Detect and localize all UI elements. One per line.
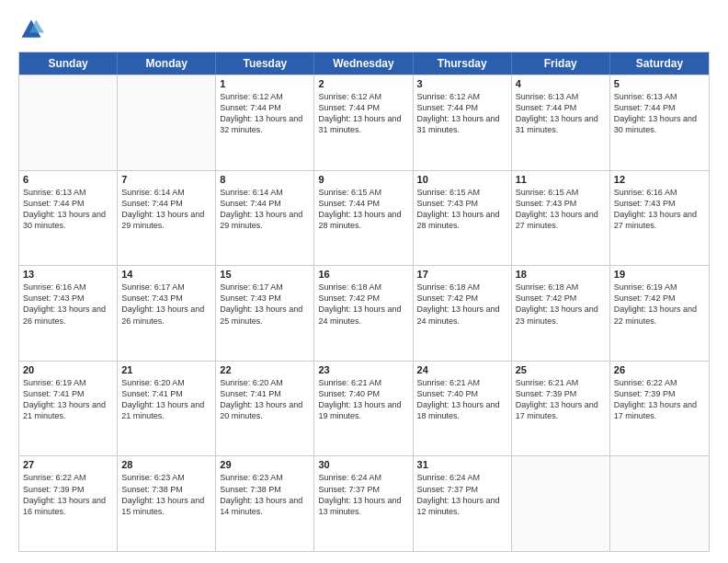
day-number: 23 [318,364,408,375]
cell-info: Sunrise: 6:22 AMSunset: 7:39 PMDaylight:… [23,472,113,517]
cell-info: Sunrise: 6:15 AMSunset: 7:44 PMDaylight:… [318,187,408,232]
calendar-cell: 30Sunrise: 6:24 AMSunset: 7:37 PMDayligh… [314,456,413,551]
cell-info: Sunrise: 6:19 AMSunset: 7:42 PMDaylight:… [614,282,705,327]
calendar-cell: 10Sunrise: 6:15 AMSunset: 7:43 PMDayligh… [414,171,512,266]
cell-info: Sunrise: 6:21 AMSunset: 7:39 PMDaylight:… [516,377,606,422]
calendar-cell: 4Sunrise: 6:13 AMSunset: 7:44 PMDaylight… [512,75,610,170]
day-number: 16 [318,269,408,280]
calendar-cell [19,75,118,170]
calendar-row: 13Sunrise: 6:16 AMSunset: 7:43 PMDayligh… [19,265,709,361]
calendar-cell: 14Sunrise: 6:17 AMSunset: 7:43 PMDayligh… [118,266,216,361]
cell-info: Sunrise: 6:16 AMSunset: 7:43 PMDaylight:… [614,187,705,232]
calendar-cell: 2Sunrise: 6:12 AMSunset: 7:44 PMDaylight… [314,75,413,170]
cell-info: Sunrise: 6:22 AMSunset: 7:39 PMDaylight:… [614,377,705,422]
cell-info: Sunrise: 6:15 AMSunset: 7:43 PMDaylight:… [516,187,606,232]
calendar-cell: 11Sunrise: 6:15 AMSunset: 7:43 PMDayligh… [512,171,610,266]
cell-info: Sunrise: 6:24 AMSunset: 7:37 PMDaylight:… [417,472,507,517]
day-number: 22 [220,364,310,375]
cell-info: Sunrise: 6:20 AMSunset: 7:41 PMDaylight:… [220,377,310,422]
day-number: 20 [23,364,113,375]
calendar-cell: 16Sunrise: 6:18 AMSunset: 7:42 PMDayligh… [314,266,413,361]
calendar-cell: 1Sunrise: 6:12 AMSunset: 7:44 PMDaylight… [216,75,314,170]
weekday-header: Sunday [19,52,118,75]
calendar-cell [610,456,709,551]
cell-info: Sunrise: 6:18 AMSunset: 7:42 PMDaylight:… [516,282,606,327]
day-number: 5 [614,78,705,89]
calendar-cell: 20Sunrise: 6:19 AMSunset: 7:41 PMDayligh… [19,362,118,456]
calendar-header: SundayMondayTuesdayWednesdayThursdayFrid… [19,52,709,75]
page: SundayMondayTuesdayWednesdayThursdayFrid… [0,0,728,563]
cell-info: Sunrise: 6:13 AMSunset: 7:44 PMDaylight:… [516,91,606,136]
day-number: 26 [614,364,705,375]
cell-info: Sunrise: 6:12 AMSunset: 7:44 PMDaylight:… [220,91,310,136]
cell-info: Sunrise: 6:12 AMSunset: 7:44 PMDaylight:… [417,91,507,136]
day-number: 7 [121,174,211,185]
weekday-header: Monday [118,52,216,75]
cell-info: Sunrise: 6:21 AMSunset: 7:40 PMDaylight:… [318,377,408,422]
day-number: 18 [516,269,606,280]
cell-info: Sunrise: 6:21 AMSunset: 7:40 PMDaylight:… [417,377,507,422]
logo-icon [18,17,44,42]
logo [18,17,48,42]
cell-info: Sunrise: 6:17 AMSunset: 7:43 PMDaylight:… [121,282,211,327]
day-number: 11 [516,174,606,185]
weekday-header: Friday [512,52,610,75]
calendar-cell [118,75,216,170]
cell-info: Sunrise: 6:13 AMSunset: 7:44 PMDaylight:… [23,187,113,232]
day-number: 9 [318,174,408,185]
weekday-header: Saturday [610,52,709,75]
day-number: 15 [220,269,310,280]
calendar-cell: 15Sunrise: 6:17 AMSunset: 7:43 PMDayligh… [216,266,314,361]
day-number: 12 [614,174,705,185]
calendar-cell: 19Sunrise: 6:19 AMSunset: 7:42 PMDayligh… [610,266,709,361]
day-number: 8 [220,174,310,185]
day-number: 17 [417,269,507,280]
day-number: 14 [121,269,211,280]
day-number: 10 [417,174,507,185]
calendar-cell: 27Sunrise: 6:22 AMSunset: 7:39 PMDayligh… [19,456,118,551]
calendar-cell: 26Sunrise: 6:22 AMSunset: 7:39 PMDayligh… [610,362,709,456]
calendar-cell: 17Sunrise: 6:18 AMSunset: 7:42 PMDayligh… [414,266,512,361]
day-number: 2 [318,78,408,89]
calendar-cell: 13Sunrise: 6:16 AMSunset: 7:43 PMDayligh… [19,266,118,361]
cell-info: Sunrise: 6:20 AMSunset: 7:41 PMDaylight:… [121,377,211,422]
cell-info: Sunrise: 6:18 AMSunset: 7:42 PMDaylight:… [318,282,408,327]
calendar-cell: 22Sunrise: 6:20 AMSunset: 7:41 PMDayligh… [216,362,314,456]
calendar-cell: 29Sunrise: 6:23 AMSunset: 7:38 PMDayligh… [216,456,314,551]
day-number: 28 [121,459,211,470]
calendar-cell: 8Sunrise: 6:14 AMSunset: 7:44 PMDaylight… [216,171,314,266]
calendar-cell: 18Sunrise: 6:18 AMSunset: 7:42 PMDayligh… [512,266,610,361]
cell-info: Sunrise: 6:12 AMSunset: 7:44 PMDaylight:… [318,91,408,136]
day-number: 25 [516,364,606,375]
calendar-row: 27Sunrise: 6:22 AMSunset: 7:39 PMDayligh… [19,455,709,551]
calendar-cell: 9Sunrise: 6:15 AMSunset: 7:44 PMDaylight… [314,171,413,266]
cell-info: Sunrise: 6:15 AMSunset: 7:43 PMDaylight:… [417,187,507,232]
calendar-cell: 12Sunrise: 6:16 AMSunset: 7:43 PMDayligh… [610,171,709,266]
header [18,17,710,42]
calendar: SundayMondayTuesdayWednesdayThursdayFrid… [18,52,710,552]
cell-info: Sunrise: 6:14 AMSunset: 7:44 PMDaylight:… [121,187,211,232]
calendar-row: 1Sunrise: 6:12 AMSunset: 7:44 PMDaylight… [19,75,709,170]
day-number: 1 [220,78,310,89]
cell-info: Sunrise: 6:23 AMSunset: 7:38 PMDaylight:… [220,472,310,517]
calendar-cell: 6Sunrise: 6:13 AMSunset: 7:44 PMDaylight… [19,171,118,266]
day-number: 30 [318,459,408,470]
day-number: 3 [417,78,507,89]
cell-info: Sunrise: 6:19 AMSunset: 7:41 PMDaylight:… [23,377,113,422]
day-number: 19 [614,269,705,280]
calendar-cell: 28Sunrise: 6:23 AMSunset: 7:38 PMDayligh… [118,456,216,551]
calendar-cell: 21Sunrise: 6:20 AMSunset: 7:41 PMDayligh… [118,362,216,456]
cell-info: Sunrise: 6:23 AMSunset: 7:38 PMDaylight:… [121,472,211,517]
cell-info: Sunrise: 6:13 AMSunset: 7:44 PMDaylight:… [614,91,705,136]
weekday-header: Thursday [414,52,512,75]
day-number: 24 [417,364,507,375]
calendar-row: 6Sunrise: 6:13 AMSunset: 7:44 PMDaylight… [19,170,709,266]
calendar-cell: 31Sunrise: 6:24 AMSunset: 7:37 PMDayligh… [414,456,512,551]
calendar-cell: 24Sunrise: 6:21 AMSunset: 7:40 PMDayligh… [414,362,512,456]
calendar-cell: 23Sunrise: 6:21 AMSunset: 7:40 PMDayligh… [314,362,413,456]
cell-info: Sunrise: 6:24 AMSunset: 7:37 PMDaylight:… [318,472,408,517]
day-number: 13 [23,269,113,280]
day-number: 27 [23,459,113,470]
day-number: 31 [417,459,507,470]
calendar-cell: 7Sunrise: 6:14 AMSunset: 7:44 PMDaylight… [118,171,216,266]
